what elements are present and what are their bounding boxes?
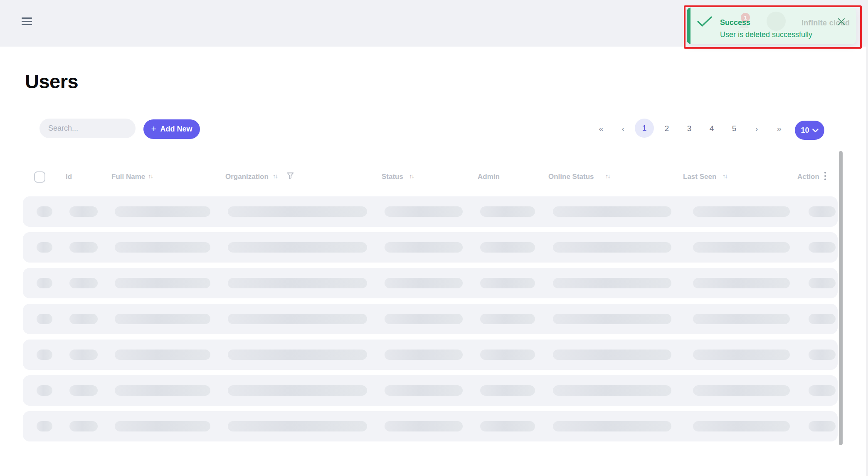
skeleton-org-pill [228,242,367,253]
select-all-checkbox[interactable] [34,171,45,183]
filter-icon-organization[interactable] [287,172,294,181]
table-row-skeleton [23,340,838,370]
skeleton-status-pill [385,421,463,431]
skeleton-online-pill [553,242,671,253]
toast-title: Success [720,18,750,27]
pagination-next-button[interactable]: › [750,122,764,135]
skeleton-online-pill [553,385,671,396]
skeleton-admin-pill [480,242,535,253]
skeleton-seen-pill [693,206,790,217]
skeleton-action-pill [809,278,836,288]
skeleton-cb-pill [37,278,52,288]
users-page: 1 infinite cloud Success User is deleted… [0,0,868,476]
column-header-last-seen: Last Seen [683,173,716,181]
skeleton-admin-pill [480,314,535,324]
skeleton-online-pill [553,421,671,431]
skeleton-cb-pill [37,421,52,431]
skeleton-name-pill [115,421,210,431]
skeleton-admin-pill [480,350,535,360]
pagination-page-1-active[interactable]: 1 [635,119,654,138]
skeleton-org-pill [228,421,367,431]
table-vertical-scrollbar[interactable] [839,151,843,445]
menu-icon[interactable] [22,17,32,25]
column-header-online-status: Online Status [548,173,594,181]
pagination-page-5[interactable]: 5 [727,122,741,135]
skeleton-action-pill [809,242,836,253]
sort-icon-status[interactable]: ↑↓ [409,172,414,179]
skeleton-name-pill [115,206,210,217]
close-icon[interactable] [837,17,846,27]
sort-icon-full-name[interactable]: ↑↓ [148,172,153,179]
skeleton-seen-pill [693,278,790,288]
column-header-status: Status [382,173,403,181]
skeleton-cb-pill [37,206,52,217]
chevron-down-icon [812,129,819,132]
skeleton-id-pill [69,242,98,253]
skeleton-seen-pill [693,421,790,431]
skeleton-id-pill [69,278,98,288]
pagination-prev-button[interactable]: ‹ [616,122,630,135]
skeleton-action-pill [809,421,836,431]
skeleton-action-pill [809,206,836,217]
column-header-organization: Organization [225,173,269,181]
pagination-page-3[interactable]: 3 [682,122,696,135]
table-row-skeleton [23,232,838,263]
add-new-label: Add New [160,125,192,134]
table-row-skeleton [23,196,838,227]
kebab-menu-icon[interactable] [824,172,826,180]
skeleton-cb-pill [37,350,52,360]
skeleton-id-pill [69,421,98,431]
skeleton-org-pill [228,314,367,324]
skeleton-seen-pill [693,350,790,360]
pagination-first-button[interactable]: « [594,122,608,135]
skeleton-online-pill [553,314,671,324]
skeleton-org-pill [228,278,367,288]
skeleton-seen-pill [693,385,790,396]
skeleton-action-pill [809,350,836,360]
success-toast: 1 infinite cloud Success User is deleted… [687,7,856,44]
page-title: Users [25,70,78,93]
skeleton-status-pill [385,385,463,396]
skeleton-admin-pill [480,385,535,396]
skeleton-cb-pill [37,242,52,253]
skeleton-org-pill [228,206,367,217]
table-row-skeleton [23,375,838,406]
search-input[interactable] [39,119,136,138]
sort-icon-organization[interactable]: ↑↓ [273,172,277,179]
plus-icon: + [151,124,157,134]
toast-message: User is deleted successfully [720,30,812,39]
skeleton-online-pill [553,350,671,360]
column-header-admin: Admin [478,173,500,181]
page-size-value: 10 [801,126,809,135]
skeleton-seen-pill [693,242,790,253]
table-row-skeleton [23,411,838,441]
skeleton-admin-pill [480,421,535,431]
skeleton-name-pill [115,314,210,324]
pagination-page-4[interactable]: 4 [705,122,719,135]
skeleton-id-pill [69,350,98,360]
skeleton-status-pill [385,206,463,217]
pagination-page-2[interactable]: 2 [660,122,674,135]
skeleton-seen-pill [693,314,790,324]
skeleton-status-pill [385,278,463,288]
skeleton-action-pill [809,385,836,396]
skeleton-org-pill [228,385,367,396]
pagination-last-button[interactable]: » [772,122,786,135]
skeleton-online-pill [553,278,671,288]
toast-accent-bar [687,7,690,44]
skeleton-action-pill [809,314,836,324]
skeleton-admin-pill [480,206,535,217]
skeleton-name-pill [115,278,210,288]
skeleton-cb-pill [37,314,52,324]
add-new-button[interactable]: + Add New [143,119,200,139]
column-header-action: Action [797,173,819,181]
skeleton-admin-pill [480,278,535,288]
page-size-dropdown[interactable]: 10 [795,121,824,140]
skeleton-online-pill [553,206,671,217]
skeleton-id-pill [69,385,98,396]
skeleton-id-pill [69,314,98,324]
table-row-skeleton [23,304,838,334]
sort-icon-last-seen[interactable]: ↑↓ [723,172,727,179]
sort-icon-online-status[interactable]: ↑↓ [605,172,610,179]
column-header-full-name: Full Name [111,173,145,181]
